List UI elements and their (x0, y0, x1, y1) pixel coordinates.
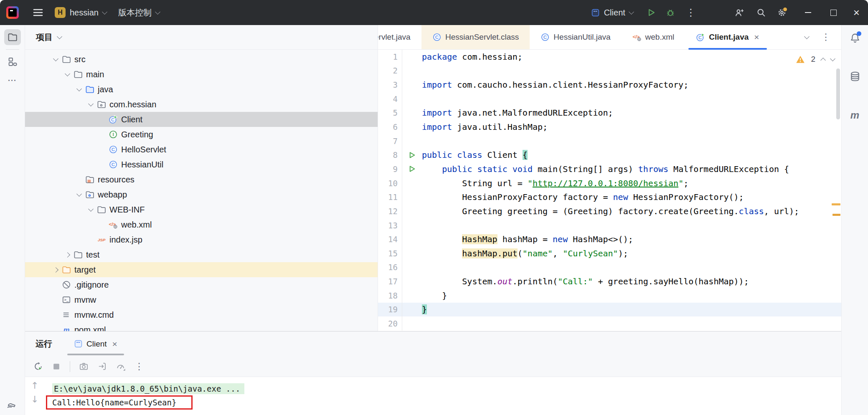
window-maximize-button[interactable] (830, 10, 837, 16)
run-gutter-icon[interactable] (409, 165, 416, 172)
tree-row-Client[interactable]: CClient (25, 112, 378, 127)
debug-button[interactable] (666, 8, 675, 17)
tree-chevron-slot[interactable] (50, 268, 62, 272)
tree-row-index.jsp[interactable]: JSPindex.jsp (25, 232, 378, 247)
editor-tab-ervlet.java[interactable]: ervlet.java (378, 25, 421, 49)
tree-row-com.hessian[interactable]: com.hessian (25, 97, 378, 112)
main-menu-hamburger-icon[interactable] (33, 8, 43, 17)
code-line-18[interactable]: 18 } (378, 288, 841, 303)
close-icon[interactable]: × (754, 32, 759, 42)
code-line-20[interactable]: 20 (378, 316, 841, 331)
gutter-slot[interactable] (402, 165, 422, 172)
tree-chevron-slot[interactable] (73, 194, 85, 196)
chevron-down-icon[interactable] (53, 56, 58, 61)
tree-row-src[interactable]: src (25, 52, 378, 67)
warning-stripe-mark[interactable] (832, 203, 840, 205)
code-line-14[interactable]: 14 HashMap hashMap = new HashMap<>(); (378, 232, 841, 246)
window-close-button[interactable]: × (853, 7, 860, 18)
tree-row-webapp[interactable]: webapp (25, 187, 378, 202)
project-widget[interactable]: H hessian (55, 7, 107, 18)
code-line-15[interactable]: 15 hashMap.put("name", "CurlySean"); (378, 246, 841, 261)
code-line-17[interactable]: 17 System.out.println("Call:" + greeting… (378, 274, 841, 288)
tree-row-java[interactable]: java (25, 82, 378, 97)
editor-tab-Client.java[interactable]: CClient.java× (685, 25, 770, 49)
tree-chevron-slot[interactable] (61, 73, 74, 76)
tree-row-.gitignore[interactable]: .gitignore (25, 277, 378, 292)
tree-row-WEB-INF[interactable]: WEB-INF (25, 202, 378, 217)
database-tool-icon[interactable] (850, 71, 860, 82)
code-line-10[interactable]: 10 String url = "http://127.0.0.1:8080/h… (378, 176, 841, 190)
window-minimize-button[interactable] (805, 12, 811, 13)
tab-options-kebab-icon[interactable]: ⋮ (821, 33, 830, 42)
code-line-1[interactable]: 1package com.hessian; (378, 50, 841, 64)
project-panel-header[interactable]: 项目 (25, 25, 378, 50)
stop-button[interactable] (52, 362, 61, 371)
editor-tab-HessianUtil.java[interactable]: CHessianUtil.java (530, 25, 621, 49)
editor-scrollbar-thumb[interactable] (836, 68, 840, 119)
chevron-down-icon[interactable] (65, 71, 70, 76)
thread-dump-icon[interactable] (97, 362, 107, 371)
tree-row-HessianUtil[interactable]: CHessianUtil (25, 157, 378, 172)
chevron-down-icon[interactable] (76, 86, 82, 91)
tree-row-HelloServlet[interactable]: CHelloServlet (25, 142, 378, 157)
warning-stripe-mark[interactable] (832, 214, 840, 216)
editor-tab-web.xml[interactable]: </>web.xml (622, 25, 685, 49)
run-tab-client[interactable]: Client × (74, 331, 117, 356)
tree-row-web.xml[interactable]: </>web.xml (25, 217, 378, 232)
structure-tool-window-button[interactable] (4, 54, 21, 70)
code-line-19[interactable]: 19} (378, 303, 841, 317)
scroll-up-arrow-icon[interactable]: ↑ (31, 380, 38, 391)
run-configuration-selector[interactable]: Client (591, 8, 633, 18)
tree-chevron-slot[interactable] (85, 104, 97, 106)
scroll-down-arrow-icon[interactable]: ↓ (31, 394, 38, 405)
previous-warning-chevron-icon[interactable] (820, 58, 826, 63)
close-icon[interactable]: × (112, 339, 117, 349)
code-line-11[interactable]: 11 HessianProxyFactory factory = new Hes… (378, 190, 841, 204)
code-line-3[interactable]: 3import com.caucho.hessian.client.Hessia… (378, 78, 841, 92)
tree-chevron-slot[interactable] (50, 58, 62, 61)
code-line-5[interactable]: 5import java.net.MalformedURLException; (378, 106, 841, 120)
code-line-6[interactable]: 6import java.util.HashMap; (378, 120, 841, 134)
tree-row-resources[interactable]: resources (25, 172, 378, 187)
tree-row-mvnw[interactable]: >_mvnw (25, 292, 378, 307)
code-line-7[interactable]: 7 (378, 134, 841, 148)
code-editor[interactable]: 1package com.hessian;23import com.caucho… (378, 50, 841, 331)
chevron-right-icon[interactable] (65, 252, 70, 258)
settings-gear-icon[interactable] (777, 8, 787, 17)
vcs-menu[interactable]: 版本控制 (118, 7, 160, 18)
run-gutter-icon[interactable] (409, 152, 416, 159)
code-line-16[interactable]: 16 (378, 261, 841, 275)
inspections-widget[interactable]: 2 (796, 55, 835, 64)
tree-row-test[interactable]: test (25, 247, 378, 262)
code-line-12[interactable]: 12 Greeting greeting = (Greeting) factor… (378, 204, 841, 218)
tree-row-mvnw.cmd[interactable]: mvnw.cmd (25, 307, 378, 322)
tree-row-target[interactable]: target (25, 262, 378, 277)
memory-snapshot-camera-icon[interactable] (79, 362, 89, 371)
editor-tab-HessianServlet.class[interactable]: CHessianServlet.class (421, 25, 530, 49)
more-actions-kebab-icon[interactable]: ⋮ (686, 8, 696, 18)
build-hammer-icon[interactable] (4, 396, 21, 412)
maven-tool-icon[interactable]: m (850, 109, 859, 121)
chevron-down-icon[interactable] (88, 101, 94, 106)
tree-row-pom.xml[interactable]: mpom.xml (25, 322, 378, 331)
code-with-me-user-icon[interactable] (734, 8, 744, 17)
code-line-2[interactable]: 2 (378, 64, 841, 78)
project-tool-window-button[interactable] (4, 29, 21, 45)
rerun-button[interactable] (33, 362, 43, 371)
console[interactable]: ↑ ↓ E:\ev\java\jdk1.8.0_65\bin\java.exe … (25, 377, 841, 415)
tree-chevron-slot[interactable] (73, 89, 85, 91)
code-line-13[interactable]: 13 (378, 218, 841, 233)
next-warning-chevron-icon[interactable] (830, 56, 835, 61)
notifications-bell-icon[interactable] (850, 33, 860, 43)
code-line-9[interactable]: 9 public static void main(String[] args)… (378, 162, 841, 176)
code-line-8[interactable]: 8public class Client { (378, 148, 841, 162)
tab-list-chevron-icon[interactable] (804, 34, 810, 39)
console-more-kebab-icon[interactable]: ⋮ (135, 362, 144, 371)
gutter-slot[interactable] (402, 152, 422, 159)
tree-row-Greeting[interactable]: IGreeting (25, 127, 378, 142)
search-everywhere-icon[interactable] (756, 8, 766, 17)
chevron-down-icon[interactable] (88, 206, 94, 212)
tree-chevron-slot[interactable] (61, 253, 74, 257)
chevron-down-icon[interactable] (76, 191, 82, 197)
profiler-gauge-icon[interactable] (116, 362, 126, 371)
